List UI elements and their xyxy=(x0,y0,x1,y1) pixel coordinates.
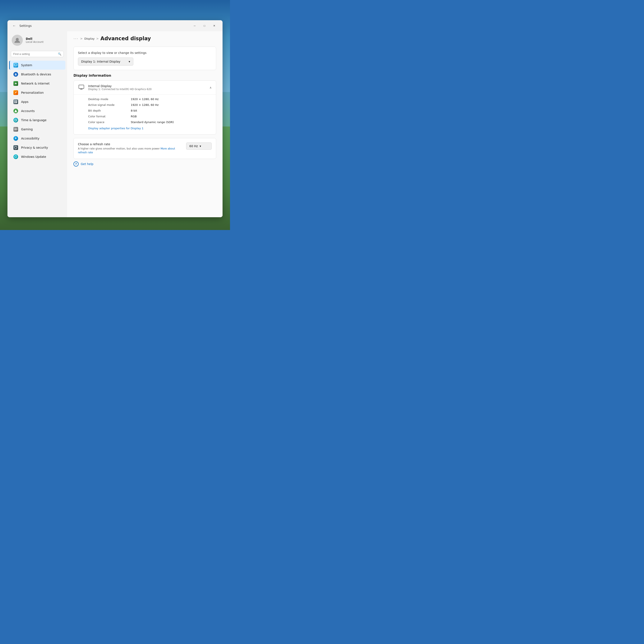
sidebar-item-privacy[interactable]: Privacy & security xyxy=(9,143,65,152)
gaming-icon xyxy=(13,127,18,132)
accessibility-icon xyxy=(13,136,18,141)
main-content: Dell Local Account 🔍 System xyxy=(7,31,223,217)
refresh-info: Choose a refresh rate A higher rate give… xyxy=(78,142,182,154)
sidebar-item-personalization[interactable]: Personalization xyxy=(9,88,65,97)
sidebar-item-label-accounts: Accounts xyxy=(21,109,35,113)
sidebar-item-label-update: Windows Update xyxy=(21,155,46,158)
detail-value-color-space: Standard dynamic range (SDR) xyxy=(131,121,174,124)
window-title: Settings xyxy=(19,24,32,27)
detail-label-bit-depth: Bit depth xyxy=(88,109,131,112)
sidebar-item-label-system: System xyxy=(21,63,32,67)
sidebar-item-network[interactable]: Network & internet xyxy=(9,79,65,88)
sidebar-item-time[interactable]: Time & language xyxy=(9,116,65,125)
refresh-title: Choose a refresh rate xyxy=(78,142,182,146)
detail-row-signal-mode: Active signal mode 1920 × 1280, 60 Hz xyxy=(88,102,211,108)
detail-value-signal-mode: 1920 × 1280, 60 Hz xyxy=(131,103,159,106)
detail-row-desktop-mode: Desktop mode 1920 × 1280, 60 Hz xyxy=(88,96,211,102)
svg-point-12 xyxy=(16,137,16,138)
sidebar-item-system[interactable]: System xyxy=(9,61,65,70)
refresh-desc: A higher rate gives smoother motion, but… xyxy=(78,147,182,154)
sidebar-item-label-bluetooth: Bluetooth & devices xyxy=(21,73,51,76)
svg-rect-3 xyxy=(14,101,16,102)
detail-label-desktop-mode: Desktop mode xyxy=(88,98,131,101)
svg-rect-1 xyxy=(14,64,17,66)
breadcrumb: ··· > Display > Advanced display xyxy=(73,36,216,42)
search-input[interactable] xyxy=(13,52,56,56)
svg-rect-4 xyxy=(16,101,17,102)
breadcrumb-display[interactable]: Display xyxy=(84,37,95,40)
time-icon xyxy=(13,118,18,122)
refresh-rate-value: 60 Hz xyxy=(189,144,198,148)
minimize-button[interactable]: ─ xyxy=(190,22,200,29)
title-bar: ← Settings ─ □ ✕ xyxy=(7,20,223,31)
sidebar-nav: System B Bluetooth & devices Network & i… xyxy=(7,60,67,161)
user-profile: Dell Local Account xyxy=(7,31,67,49)
refresh-dropdown-arrow-icon: ▾ xyxy=(200,144,201,148)
detail-row-color-space: Color space Standard dynamic range (SDR) xyxy=(88,119,211,125)
display-selector-label: Select a display to view or change its s… xyxy=(78,51,212,55)
chevron-up-icon: ∧ xyxy=(210,86,212,89)
sidebar-item-bluetooth[interactable]: B Bluetooth & devices xyxy=(9,70,65,79)
sidebar-item-gaming[interactable]: Gaming xyxy=(9,125,65,134)
network-icon xyxy=(13,81,18,86)
settings-window: ← Settings ─ □ ✕ Dell Local Account xyxy=(7,20,223,217)
detail-value-desktop-mode: 1920 × 1280, 60 Hz xyxy=(131,98,159,101)
search-box: 🔍 xyxy=(11,51,64,57)
svg-rect-5 xyxy=(14,102,16,103)
detail-value-color-format: RGB xyxy=(131,115,137,118)
breadcrumb-current: Advanced display xyxy=(101,36,151,42)
sidebar-item-update[interactable]: Windows Update xyxy=(9,152,65,161)
display-dropdown[interactable]: Display 1: Internal Display ▾ xyxy=(78,57,133,66)
close-button[interactable]: ✕ xyxy=(209,22,219,29)
display-name-info: Internal Display Display 1: Connected to… xyxy=(88,84,152,91)
back-button[interactable]: ← xyxy=(11,23,18,29)
sidebar-item-accounts[interactable]: Accounts xyxy=(9,106,65,115)
sidebar-item-label-accessibility: Accessibility xyxy=(21,137,39,140)
display-selector-card: Select a display to view or change its s… xyxy=(73,47,216,70)
detail-label-color-space: Color space xyxy=(88,121,131,124)
sidebar-item-label-apps: Apps xyxy=(21,100,29,103)
user-name: Dell xyxy=(26,37,43,40)
breadcrumb-sep2: > xyxy=(96,37,99,40)
refresh-rate-dropdown[interactable]: 60 Hz ▾ xyxy=(186,142,212,150)
accounts-icon xyxy=(13,109,18,113)
sidebar-item-label-gaming: Gaming xyxy=(21,128,33,131)
get-help-label: Get help xyxy=(81,162,93,166)
right-panel: ··· > Display > Advanced display Select … xyxy=(67,31,223,217)
breadcrumb-dots: ··· xyxy=(73,36,78,41)
maximize-button[interactable]: □ xyxy=(200,22,209,29)
sidebar: Dell Local Account 🔍 System xyxy=(7,31,67,217)
svg-rect-6 xyxy=(16,102,17,103)
apps-icon xyxy=(13,99,18,104)
privacy-icon xyxy=(13,145,18,150)
user-type: Local Account xyxy=(26,40,43,43)
display-sub: Display 1: Connected to Intel(R) HD Grap… xyxy=(88,88,152,91)
display-info-section: Display information Internal Display Dis… xyxy=(73,73,216,135)
system-icon xyxy=(13,63,18,68)
svg-rect-13 xyxy=(79,85,84,89)
dropdown-arrow-icon: ▾ xyxy=(129,60,130,63)
search-icon: 🔍 xyxy=(58,52,61,56)
detail-row-color-format: Color format RGB xyxy=(88,114,211,119)
detail-row-bit-depth: Bit depth 8-bit xyxy=(88,108,211,114)
adapter-properties-link[interactable]: Display adapter properties for Display 1 xyxy=(88,127,144,130)
get-help-link[interactable]: ? Get help xyxy=(73,159,216,169)
display-name: Internal Display xyxy=(88,84,152,88)
personalization-icon xyxy=(13,90,18,95)
refresh-desc-text: A higher rate gives smoother motion, but… xyxy=(78,147,160,150)
breadcrumb-sep1: > xyxy=(80,37,83,40)
display-info-card: Internal Display Display 1: Connected to… xyxy=(73,80,216,135)
svg-point-0 xyxy=(16,38,19,41)
detail-value-bit-depth: 8-bit xyxy=(131,109,137,112)
update-icon xyxy=(13,154,18,159)
user-info: Dell Local Account xyxy=(26,37,43,43)
detail-label-signal-mode: Active signal mode xyxy=(88,103,131,106)
sidebar-item-apps[interactable]: Apps xyxy=(9,97,65,106)
display-info-header[interactable]: Internal Display Display 1: Connected to… xyxy=(74,81,216,94)
window-controls: ─ □ ✕ xyxy=(190,22,219,29)
sidebar-item-accessibility[interactable]: Accessibility xyxy=(9,134,65,143)
display-details: Desktop mode 1920 × 1280, 60 Hz Active s… xyxy=(74,94,216,134)
avatar xyxy=(12,35,23,46)
display-dropdown-value: Display 1: Internal Display xyxy=(81,60,120,63)
detail-label-color-format: Color format xyxy=(88,115,131,118)
